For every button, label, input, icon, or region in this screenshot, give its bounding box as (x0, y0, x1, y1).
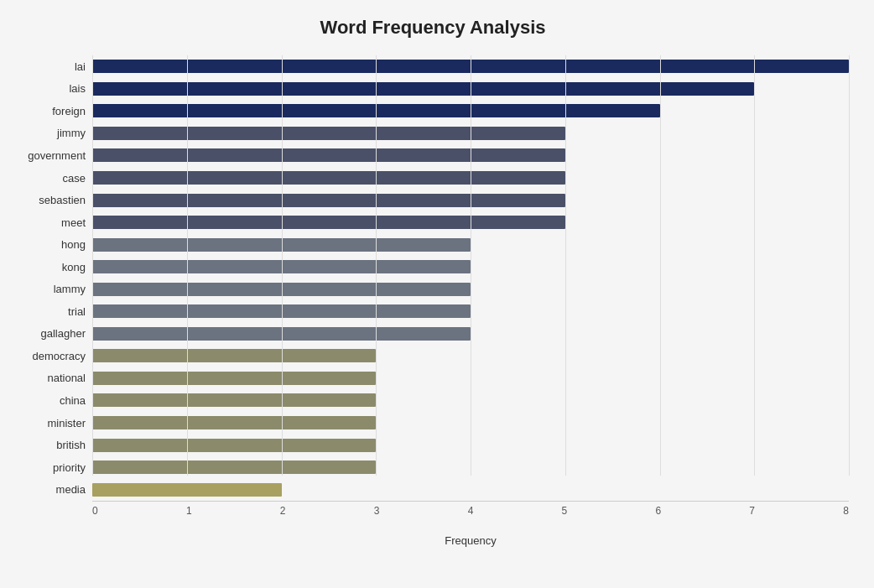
chart-area: lailaisforeignjimmygovernmentcasesebasti… (17, 55, 849, 526)
y-label: china (60, 391, 86, 409)
y-label: lammy (54, 280, 86, 299)
bar (92, 439, 376, 452)
bar-row (92, 146, 849, 164)
bar-row (92, 346, 849, 365)
bar (92, 461, 376, 474)
y-label: case (63, 169, 86, 187)
bar-row (92, 80, 849, 98)
bar (92, 171, 565, 185)
y-label: hong (61, 236, 86, 254)
x-tick: 0 (92, 505, 98, 517)
bar (92, 82, 754, 96)
bar (92, 327, 471, 341)
bar-row (92, 369, 849, 388)
x-tick: 4 (468, 505, 474, 517)
y-label: jimmy (57, 124, 86, 143)
y-label: trial (68, 302, 86, 320)
y-label: kong (62, 258, 86, 276)
y-label: national (47, 369, 86, 388)
bar-row (92, 236, 849, 254)
y-label: minister (47, 414, 86, 432)
y-label: british (56, 436, 86, 455)
x-tick: 6 (655, 505, 661, 517)
bar (92, 283, 471, 296)
y-label: sebastien (39, 191, 86, 210)
bar-row (92, 458, 849, 476)
bar-row (92, 124, 849, 143)
bar-row (92, 57, 849, 75)
chart-container: Word Frequency Analysis lailaisforeignji… (0, 0, 874, 588)
bar-row (92, 280, 849, 299)
bar-row (92, 325, 849, 343)
y-label: democracy (32, 346, 86, 365)
bar (92, 372, 376, 385)
bar (92, 148, 565, 162)
bar-row (92, 101, 849, 120)
x-axis: 012345678 Frequency (92, 501, 849, 526)
bar-row (92, 414, 849, 432)
grid-line (849, 55, 850, 476)
x-tick: 2 (280, 505, 286, 517)
y-label: foreign (52, 101, 86, 120)
bar (92, 216, 565, 229)
x-axis-label: Frequency (445, 534, 496, 547)
y-label: media (56, 481, 86, 499)
bar (92, 349, 376, 362)
y-axis: lailaisforeignjimmygovernmentcasesebasti… (17, 55, 92, 526)
bar-row (92, 481, 849, 499)
y-label: priority (53, 458, 86, 476)
x-tick: 8 (843, 505, 849, 517)
x-tick: 3 (374, 505, 380, 517)
y-label: lai (75, 57, 86, 75)
bars-section (92, 55, 849, 501)
bar (92, 260, 471, 273)
x-tick: 5 (562, 505, 568, 517)
bar-row (92, 169, 849, 187)
y-label: lais (69, 80, 86, 98)
bar (92, 194, 565, 207)
bar (92, 104, 660, 117)
bar-row (92, 436, 849, 455)
bar-row (92, 191, 849, 210)
chart-title: Word Frequency Analysis (17, 17, 849, 39)
plot-area: 012345678 Frequency (92, 55, 849, 526)
bar (92, 393, 376, 407)
bar-row (92, 213, 849, 232)
bar (92, 483, 282, 497)
bar (92, 304, 471, 318)
x-tick: 1 (186, 505, 192, 517)
bar (92, 127, 565, 140)
bar (92, 416, 376, 429)
y-label: government (28, 146, 86, 164)
x-tick: 7 (749, 505, 755, 517)
y-label: gallagher (41, 325, 86, 343)
bar-row (92, 258, 849, 276)
bar (92, 238, 471, 252)
bar (92, 60, 849, 73)
bar-row (92, 302, 849, 320)
bar-row (92, 391, 849, 409)
y-label: meet (61, 213, 86, 232)
